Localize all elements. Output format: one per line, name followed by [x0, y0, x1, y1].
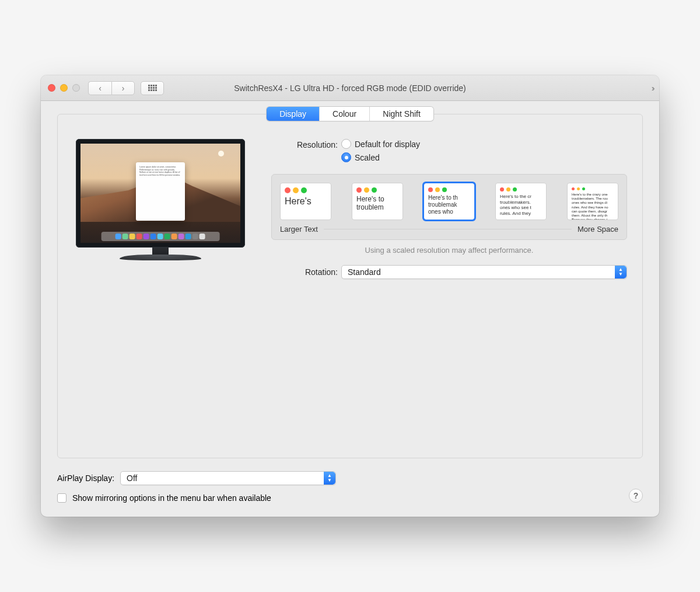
textedit-preview-window: Lorem ipsum dolor sit amet, consectetur.…: [136, 162, 185, 221]
airplay-label: AirPlay Display:: [57, 473, 114, 483]
scale-option-text: Here's to the crazy one troublemakers. T…: [572, 193, 614, 220]
tab-night-shift[interactable]: Night Shift: [370, 107, 433, 121]
scale-option-text: Here's to the cr troublemakers. ones who…: [500, 194, 542, 216]
radio-label: Default for display: [355, 140, 420, 149]
airplay-select[interactable]: Off: [120, 471, 336, 485]
rotation-select[interactable]: Standard: [341, 265, 627, 279]
scale-option-5[interactable]: Here's to the crazy one troublemakers. T…: [567, 183, 618, 220]
preferences-window: ‹ › SwitchResX4 - LG Ultra HD - forced R…: [41, 75, 659, 517]
tab-display[interactable]: Display: [267, 107, 320, 121]
scaling-card: Here'sHere's to troublemHere's to th tro…: [271, 174, 627, 240]
window-title: SwitchResX4 - LG Ultra HD - forced RGB m…: [234, 83, 466, 93]
radio-icon: [341, 152, 351, 162]
radio-default-for-display[interactable]: Default for display: [341, 139, 420, 149]
more-space-label: More Space: [578, 225, 618, 234]
maximize-button: [72, 84, 80, 92]
show-all-button[interactable]: [141, 81, 164, 95]
mirroring-checkbox[interactable]: [57, 493, 66, 503]
minimize-button[interactable]: [60, 84, 68, 92]
airplay-value: Off: [127, 473, 137, 483]
nav-forward-button[interactable]: ›: [111, 81, 135, 95]
grid-icon: [148, 85, 157, 91]
radio-scaled[interactable]: Scaled: [341, 152, 420, 162]
scaling-thumbs: Here'sHere's to troublemHere's to th tro…: [280, 183, 618, 220]
chevron-right-icon: ›: [122, 83, 125, 93]
footer: AirPlay Display: Off Show mirroring opti…: [57, 471, 643, 503]
titlebar: ‹ › SwitchResX4 - LG Ultra HD - forced R…: [41, 75, 659, 101]
scale-option-text: Here's to th troublemak ones who: [428, 194, 470, 215]
nav-buttons: ‹ ›: [88, 81, 135, 95]
scale-option-2[interactable]: Here's to troublem: [352, 183, 403, 220]
main-panel: Display Colour Night Shift Lorem ipsum d…: [57, 114, 643, 458]
dock-preview: [102, 232, 220, 241]
scale-option-1[interactable]: Here's: [280, 183, 331, 220]
scale-option-3[interactable]: Here's to th troublemak ones who: [424, 183, 475, 220]
rotation-label: Rotation:: [271, 267, 341, 277]
scaling-warning: Using a scaled resolution may affect per…: [271, 246, 627, 255]
scale-option-4[interactable]: Here's to the cr troublemakers. ones who…: [495, 183, 547, 220]
tab-colour[interactable]: Colour: [320, 107, 370, 121]
help-button[interactable]: ?: [629, 489, 643, 503]
tab-bar: Display Colour Night Shift: [73, 107, 627, 121]
radio-icon: [341, 139, 351, 149]
larger-text-label: Larger Text: [280, 225, 318, 234]
nav-back-button[interactable]: ‹: [88, 81, 111, 95]
question-icon: ?: [634, 491, 639, 500]
scale-option-text: Here's: [285, 196, 327, 207]
mirroring-label: Show mirroring options in the menu bar w…: [72, 493, 271, 503]
chevron-left-icon: ‹: [99, 83, 102, 93]
close-button[interactable]: [48, 84, 55, 92]
stepper-icon: [615, 266, 626, 278]
radio-label: Scaled: [355, 153, 380, 162]
scale-track: [324, 229, 572, 229]
resolution-label: Resolution:: [271, 139, 341, 149]
stepper-icon: [324, 472, 335, 485]
monitor-preview: Lorem ipsum dolor sit amet, consectetur.…: [73, 139, 248, 287]
scale-option-text: Here's to troublem: [356, 195, 398, 212]
traffic-lights: [48, 84, 80, 92]
rotation-value: Standard: [348, 267, 381, 277]
